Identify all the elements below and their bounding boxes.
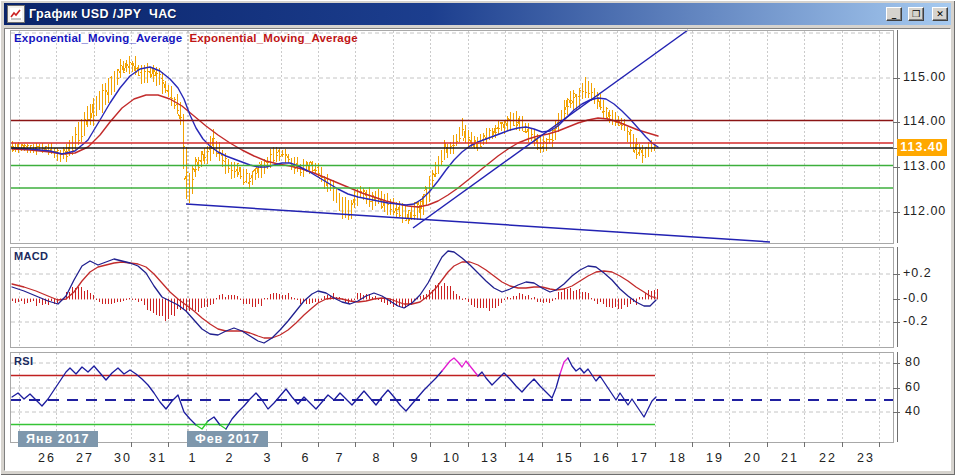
chart-client-area[interactable]: Exponential_Moving_AverageExponential_Mo…: [4, 28, 951, 471]
price-axis-label: 115.00: [903, 70, 946, 84]
x-axis-label: 18: [661, 451, 695, 465]
macd-axis-label: -0.2: [903, 314, 929, 328]
indicator-legend: Exponential_Moving_AverageExponential_Mo…: [14, 32, 365, 44]
x-axis-label: 20: [736, 451, 770, 465]
macd-axis-label: +0.2: [903, 266, 932, 280]
ema-fast-legend-label: Exponential_Moving_Average: [14, 32, 182, 44]
price-axis-label: 112.00: [903, 204, 946, 218]
x-axis-label: 17: [623, 451, 657, 465]
chart-window: График USD /JPY ЧАС _ ❒ ✕ Exponential_Mo…: [0, 0, 955, 475]
x-axis-label: 1: [176, 451, 210, 465]
close-button[interactable]: ✕: [932, 7, 948, 21]
x-axis-label: 26: [30, 451, 64, 465]
macd-panel-label: MACD: [14, 250, 48, 262]
rsi-axis-label: 80: [905, 355, 921, 369]
current-price-badge: 113.40: [897, 139, 947, 156]
month-badge: Фев 2017: [187, 431, 268, 447]
x-axis-label: 14: [510, 451, 544, 465]
maximize-button[interactable]: ❒: [908, 7, 924, 21]
rsi-axis-label: 60: [905, 380, 921, 394]
minimize-button[interactable]: _: [886, 7, 902, 21]
macd-axis-label: -0.0: [903, 291, 929, 305]
x-axis-label: 30: [106, 451, 140, 465]
rsi-panel-label: RSI: [14, 355, 33, 367]
window-titlebar[interactable]: График USD /JPY ЧАС _ ❒ ✕: [4, 3, 951, 25]
x-axis-label: 15: [548, 451, 582, 465]
x-axis-label: 22: [811, 451, 845, 465]
x-axis-label: 31: [141, 451, 175, 465]
x-axis-label: 9: [398, 451, 432, 465]
x-axis-label: 10: [435, 451, 469, 465]
chart-plot[interactable]: [5, 29, 950, 470]
x-axis-label: 27: [68, 451, 102, 465]
rsi-axis-label: 40: [905, 404, 921, 418]
x-axis-label: 16: [585, 451, 619, 465]
chart-window-icon: [7, 5, 25, 23]
price-axis-label: 114.00: [903, 114, 946, 128]
x-axis-label: 21: [773, 451, 807, 465]
window-title: График USD /JPY ЧАС: [29, 7, 880, 21]
x-axis-label: 6: [289, 451, 323, 465]
ema-slow-legend-label: Exponential_Moving_Average: [189, 32, 357, 44]
price-axis-label: 113.00: [903, 159, 946, 173]
x-axis-label: 23: [849, 451, 883, 465]
x-axis-label: 13: [473, 451, 507, 465]
month-badge: Янв 2017: [18, 431, 98, 447]
x-axis-label: 3: [251, 451, 285, 465]
x-axis-label: 2: [213, 451, 247, 465]
x-axis-label: 8: [360, 451, 394, 465]
x-axis-label: 19: [698, 451, 732, 465]
x-axis-label: 7: [323, 451, 357, 465]
